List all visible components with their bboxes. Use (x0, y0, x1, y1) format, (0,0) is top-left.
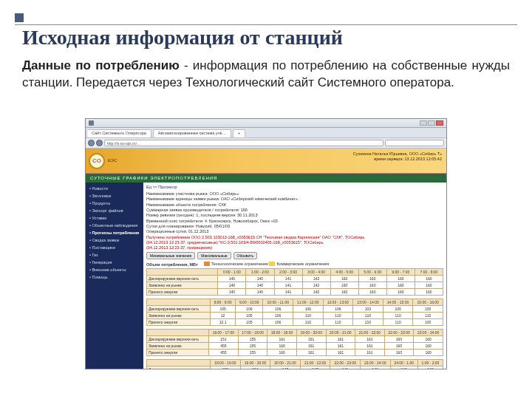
meta-red-line: Получено потребление ООО 2.503.103013-16… (146, 235, 443, 239)
back-button[interactable] (88, 140, 95, 146)
cell: 110 (323, 319, 353, 326)
cell: 155 (238, 343, 267, 349)
section-title-bar: СУТОЧНЫЕ ГРАФИКИ ЭЛЕКТРОПОТРЕБЛЕНИЯ (86, 174, 446, 183)
cell: 140 (246, 282, 274, 289)
cell: 140 (417, 366, 443, 369)
col-header: 16:00 - 17:00 (209, 330, 239, 336)
col-header: 14:00 - 15:00 (383, 299, 413, 306)
cell: 110 (383, 313, 413, 319)
tables-container: 0:00 - 1:001:00 - 2:002:00 - 3:003:00 - … (146, 268, 443, 369)
slide-body: Данные по потреблению - информация по по… (22, 58, 510, 92)
cell: 105 (236, 313, 263, 319)
address-input[interactable]: http://ts.so-ups.ru/… (104, 140, 383, 146)
cell: 106 (236, 306, 263, 313)
cell: 100 (383, 306, 413, 313)
filter-button[interactable]: Минимальные значения (146, 252, 195, 259)
sidebar-item[interactable]: • Генерация (88, 259, 141, 266)
sidebar-item[interactable]: • Новости (88, 185, 141, 192)
sidebar-item[interactable]: • Помощь (88, 273, 141, 281)
row-label: Декларируемая верхняя сеть (147, 336, 209, 343)
col-header: 19:00 - 20:00 (296, 330, 326, 336)
cell: 105 (211, 306, 236, 313)
table-row: Принято энергии455155160161161161160160 (147, 349, 443, 356)
col-header: 9:00 - 10:00 (236, 299, 263, 306)
table-row: Декларируемая верхняя сеть15115516116116… (147, 336, 443, 343)
meta-line: Номер ревизии (сегодня): 1, последняя ве… (146, 213, 443, 217)
slide-title: Исходная информация от станций (22, 26, 343, 50)
cell: 160 (415, 276, 443, 282)
cell: 141 (274, 289, 302, 296)
col-header: 15:00 - 16:00 (413, 299, 443, 306)
cell: 142 (302, 276, 330, 282)
table-row: Заявлено на рынке14014014114216016016016… (147, 282, 443, 289)
cell: 160 (330, 276, 358, 282)
table-row: Принято энергии12.1105106110110110110100 (147, 319, 443, 326)
url-bar: http://ts.so-ups.ru/… (86, 138, 446, 149)
banner-user-info: Сухинина Наталья Юрьевна, ООО «Сибирь Т»… (353, 151, 442, 162)
meta-line: Наименование единицы заявки рынка: ОАО «… (146, 197, 443, 201)
cell: 160 (386, 282, 415, 289)
col-header: 11:00 - 12:00 (293, 299, 324, 306)
cell: 12 (211, 313, 236, 319)
col-header: 1:00 - 2:00 (246, 269, 274, 276)
cell: 160 (358, 276, 386, 282)
table-row: Принято энергии140140141142160160160160 (147, 289, 443, 296)
col-header: 12:00 - 13:00 (323, 299, 353, 306)
cell: 161 (296, 343, 326, 349)
sidebar-item[interactable]: • Уставки (88, 214, 141, 222)
sidebar-item[interactable]: • Объектные наблюдения (88, 222, 141, 229)
window-titlebar (86, 119, 446, 128)
tab-1[interactable]: Сайт Системного Оператора (86, 129, 151, 137)
sidebar-item[interactable]: • Газ (88, 251, 141, 259)
cell: 110 (293, 319, 324, 326)
cell: 106 (293, 306, 324, 313)
row-label: Принято энергии (147, 349, 209, 356)
cell: 158 (211, 366, 241, 369)
cell: 110 (323, 313, 353, 319)
volume-label: Объем потребления, МВт (146, 262, 198, 267)
sidebar-item[interactable]: • Заголовок (88, 192, 141, 200)
minimize-button[interactable] (420, 120, 427, 126)
cell: 106 (263, 306, 293, 313)
col-header: 4:00 - 5:00 (330, 269, 358, 276)
page-content: • Новости• Заголовок• Продукты• Экспорт … (86, 183, 446, 369)
meta-line: Сутки для планирования: Новосиб. 05/01/0… (146, 224, 443, 228)
cell: 140 (246, 289, 274, 296)
cell: 110 (353, 313, 383, 319)
sidebar-item[interactable]: • Прогнозы потребления (88, 229, 141, 236)
cell: 160 (415, 289, 443, 296)
cell: 110 (353, 319, 383, 326)
search-input[interactable] (385, 140, 444, 146)
cell: 141 (330, 366, 361, 369)
cell: 160 (267, 343, 297, 349)
sidebar-item[interactable]: • Сводка заявок (88, 236, 141, 244)
sidebar: • Новости• Заголовок• Продукты• Экспорт … (86, 183, 143, 369)
tab-new[interactable]: + (233, 129, 245, 137)
close-button[interactable] (436, 120, 443, 126)
sidebar-item[interactable]: • Поставщики (88, 244, 141, 251)
cell: 160 (384, 349, 414, 356)
sidebar-item[interactable]: • Внешние объекты (88, 266, 141, 273)
data-table: 16:00 - 17:0017:00 - 18:0018:00 - 19:001… (146, 329, 443, 356)
filter-button[interactable]: Обновить (233, 252, 258, 259)
meta-red-block: Получено потребление ООО 2.503.103013-16… (146, 235, 443, 250)
maximize-button[interactable] (428, 120, 435, 126)
meta-red-line: (04.12.2013 12:23:37, среднечасовые) "KC… (146, 240, 443, 245)
table-row: Заявлено на рынке12105106110110110110110 (147, 313, 443, 319)
row-label: Заявлено на рынке (147, 343, 209, 349)
window-controls (420, 120, 443, 126)
table-row: Декларируемая верхняя сеть10510610610610… (147, 306, 443, 313)
filter-button[interactable]: Максимальные (197, 252, 231, 259)
sidebar-item[interactable]: • Продукты (88, 200, 141, 207)
tab-2[interactable]: Автоматизированная система учё… (153, 129, 231, 137)
cell: 141 (274, 276, 302, 282)
sidebar-item[interactable]: • Экспорт файлов (88, 207, 141, 214)
cell: 161 (296, 336, 326, 343)
button-row: Минимальные значенияМаксимальныеОбновить (146, 252, 443, 259)
row-label: Заявлено на рынке (147, 282, 218, 289)
cell: 160 (384, 336, 414, 343)
table-row: Декларируемая верхняя сеть14014014114216… (147, 276, 443, 282)
cell: 455 (209, 343, 239, 349)
cell: 160 (414, 336, 443, 343)
forward-button[interactable] (96, 140, 103, 146)
